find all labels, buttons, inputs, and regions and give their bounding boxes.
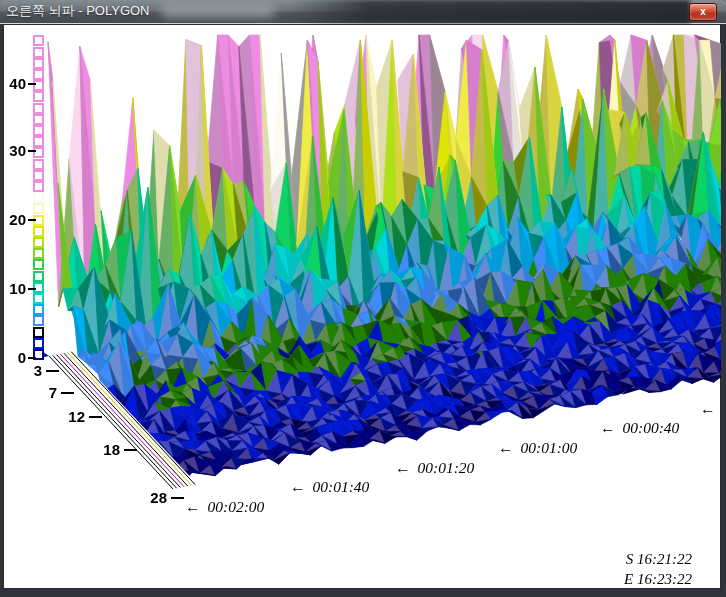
eeg-3d-surface-canvas: [3, 24, 721, 589]
window-title: 오른쪽 뇌파 - POLYGON: [6, 0, 150, 23]
title-bar-blur-patch: [162, 2, 274, 18]
title-bar-shade: [290, 0, 690, 23]
app-window: 오른쪽 뇌파 - POLYGON x 0 10 20 30 40 3 7 12 …: [0, 0, 726, 597]
title-bar[interactable]: 오른쪽 뇌파 - POLYGON x: [0, 0, 726, 24]
close-button[interactable]: x: [689, 3, 717, 21]
close-icon: x: [700, 6, 706, 17]
